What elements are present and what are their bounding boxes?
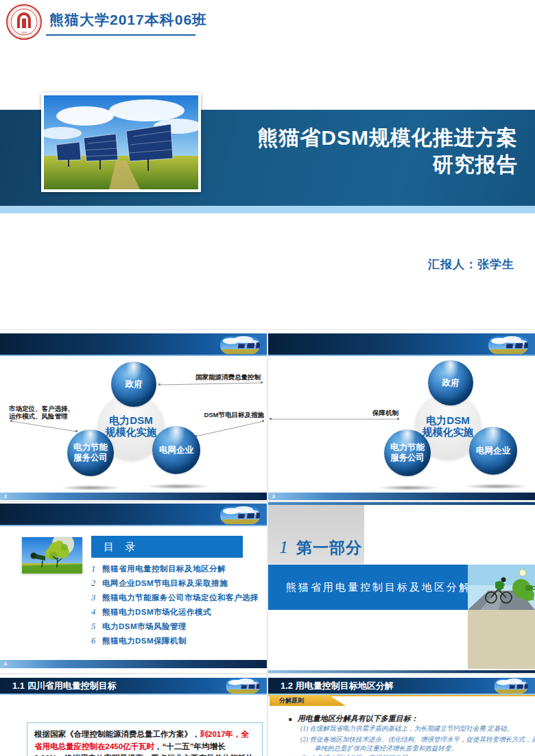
cover-lightblue-strip <box>0 206 535 213</box>
toc-item: 5电力DSM市场风险管理 <box>91 622 259 636</box>
section-band-title: 熊猫省用电量控制目标及地区分解 <box>268 565 468 610</box>
key-target-textbox: 根据国家《合理控制能源消费总量工作方案》，到2017年，全省用电总量应控制在24… <box>27 722 263 756</box>
toc-list: 1熊猫省用电量控制目标及地区分解 2电网企业DSM节电目标及采取措施 3熊猫电力… <box>91 564 259 650</box>
slide4-header-bar <box>0 504 267 526</box>
dsm-diagram: 电力DSM 规模化实施 政府 电力节能服务公司 电网企业 国家能源消费总量控制 … <box>0 357 266 493</box>
toc-item: 6熊猫电力DSM保障机制 <box>91 636 259 650</box>
presentation-preview-page: 熊猫大学2017本科06班 熊猫省DSM规模化推进方案 研究报告 汇报人：张学生 <box>0 0 535 756</box>
callout-left: 保障机制 <box>338 409 399 416</box>
slide3-header-bar <box>268 333 535 356</box>
node-esco: 电力节能服务公司 <box>384 429 431 476</box>
solar-panels-oval-photo <box>220 336 260 354</box>
slide-thumbnail-toc[interactable]: 目 录 1熊猫省用电量控制目标及地区分解 2电网企业DSM节电目标及采取措施 3… <box>0 502 267 673</box>
goal-item-2: (2) 督促各地区加快技术进步、优化结构、增强管理水平，促使其转变增长方式，从单… <box>300 735 535 753</box>
university-seal-icon <box>5 3 43 40</box>
callout-left: 市场定位、客户选择、 运作模式、风险管理 <box>9 405 74 420</box>
eco-cyclist-photo <box>468 565 535 610</box>
node-government: 政府 <box>111 362 156 407</box>
slide-thumbnail-1-1[interactable]: 1.1 四川省用电量控制目标 根据国家《合理控制能源消费总量工作方案》，到201… <box>0 674 267 756</box>
node-esco: 电力节能服务公司 <box>67 429 114 476</box>
slide-thumbnail-3[interactable]: 电力DSM 规模化实施 政府 电力节能服务公司 电网企业 保障机制 3 <box>268 330 535 501</box>
section-number: 1 <box>279 539 288 556</box>
toc-item: 1熊猫省用电量控制目标及地区分解 <box>91 564 259 578</box>
slide-number: 3 <box>272 494 275 499</box>
solar-panels-oval-photo <box>224 678 261 694</box>
toc-item: 2电网企业DSM节电目标及采取措施 <box>91 578 259 593</box>
bullet-line: ■用电量地区分解具有以下多重目标： <box>289 713 418 724</box>
solar-panels-oval-photo <box>220 506 260 524</box>
slide6-header-bar: 1.1 四川省用电量控制目标 <box>0 678 267 695</box>
slide2-footer-bar: 2 <box>0 493 267 500</box>
slide-thumbnail-cover[interactable]: 熊猫省DSM规模化推进方案 研究报告 汇报人：张学生 <box>0 60 535 329</box>
toc-item: 3熊猫电力节能服务公司市场定位和客户选择 <box>91 593 259 607</box>
callout-top: 国家能源消费总量控制 <box>195 373 261 381</box>
cover-title: 熊猫省DSM规模化推进方案 研究报告 <box>257 124 518 178</box>
section-number-box: 1 第一部分 <box>268 505 364 564</box>
node-grid-company: 电网企业 <box>152 426 200 474</box>
slide7-heading: 1.2 用电量控制目标地区分解 <box>281 681 394 691</box>
slide-number: 2 <box>4 494 7 499</box>
presenter-label: 汇报人：张学生 <box>428 257 514 272</box>
dsm-diagram: 电力DSM 规模化实施 政府 电力节能服务公司 电网企业 保障机制 <box>268 357 534 493</box>
slide-thumbnail-1-2[interactable]: 1.2 用电量控制目标地区分解 分解原则 ■用电量地区分解具有以下多重目标： (… <box>268 674 535 756</box>
title-underline <box>46 34 195 36</box>
sphere-shadow <box>60 485 121 491</box>
slide-thumbnail-section1[interactable]: 1 第一部分 熊猫省用电量控制目标及地区分解 <box>268 502 535 673</box>
node-grid-company: 电网企业 <box>469 427 517 475</box>
sphere-shadow <box>378 485 440 491</box>
goal-item-1: (1) 在缓解我省电力供需矛盾的基础上，为长期建立节约型社会奠 定基础。 <box>300 724 535 733</box>
section-bottom-bar <box>268 670 535 673</box>
sphere-shadow <box>145 484 211 489</box>
slide6-heading: 1.1 四川省用电量控制目标 <box>12 681 117 691</box>
solar-panel-field-photo <box>41 93 201 192</box>
page-header: 熊猫大学2017本科06班 <box>0 0 535 60</box>
bullet-square-icon: ■ <box>289 716 292 722</box>
slide-thumbnail-2[interactable]: 电力DSM 规模化实施 政府 电力节能服务公司 电网企业 国家能源消费总量控制 … <box>0 330 267 501</box>
slide4-footer-bar: 4 <box>0 660 267 668</box>
university-class-title: 熊猫大学2017本科06班 <box>49 10 207 29</box>
tan-accent-block <box>468 610 535 669</box>
decomposition-principle-tag: 分解原则 <box>270 695 346 706</box>
cover-title-line1: 熊猫省DSM规模化推进方案 <box>257 124 518 151</box>
slide7-header-bar: 1.2 用电量控制目标地区分解 <box>268 678 535 695</box>
slide3-footer-bar: 3 <box>268 493 535 500</box>
slide2-header-bar <box>0 333 267 356</box>
callout-right: DSM节电目标及措施 <box>204 411 264 418</box>
sphere-shadow <box>464 484 529 489</box>
section-title: 第一部分 <box>296 539 362 556</box>
cover-title-line2: 研究报告 <box>257 151 518 178</box>
toc-title-box: 目 录 <box>91 536 243 558</box>
slide-number: 4 <box>4 661 7 666</box>
node-government: 政府 <box>428 360 473 405</box>
solar-panels-oval-photo <box>492 678 530 694</box>
toc-item: 4熊猫电力DSM市场化运作模式 <box>91 607 259 622</box>
green-tree-photo <box>22 537 82 574</box>
solar-panels-oval-photo <box>488 336 528 354</box>
